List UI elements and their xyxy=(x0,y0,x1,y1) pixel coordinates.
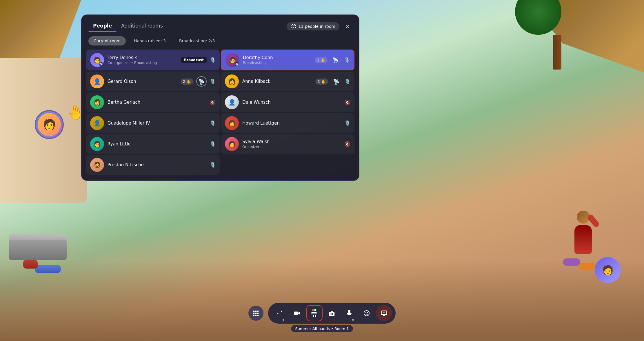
broadcast-icon-anna: 📡 xyxy=(331,76,341,87)
mic-dorothy: 🎙️ xyxy=(344,57,350,63)
mic-terry: 🎙️ xyxy=(210,57,216,63)
avatar-sylvia: 👩 xyxy=(225,137,239,151)
mic-dale: 🔇 xyxy=(344,99,350,105)
mic-howard: 🎙️ xyxy=(344,120,350,126)
person-row-terry[interactable]: 🧑 📡 Terry Denesik Co-organizer • Broadca… xyxy=(86,50,220,70)
hand-badge-anna: 3 ✋ xyxy=(315,79,328,85)
name-guadalupe: Guadalupe Miller IV xyxy=(108,121,206,126)
panel-header: People Additional rooms 11 people in roo… xyxy=(81,15,359,32)
actions-terry: Broadcast 🎙️ xyxy=(181,57,216,63)
actions-howard: 🎙️ xyxy=(344,120,350,126)
background-tree xyxy=(534,6,580,70)
person-row-ryan[interactable]: 👩 Ryan Little 🎙️ xyxy=(86,134,220,154)
info-sylvia: Sylvia Walsh Organizer xyxy=(242,139,341,149)
toolbar-share-btn[interactable] xyxy=(272,305,288,321)
svg-point-5 xyxy=(257,313,259,314)
floor-pillow-purple xyxy=(563,258,580,266)
name-terry: Terry Denesik xyxy=(108,55,178,60)
actions-preston: 🎙️ xyxy=(210,162,216,168)
actions-ryan: 🎙️ xyxy=(210,141,216,147)
toolbar-mic-btn[interactable] xyxy=(341,305,357,321)
toolbar-camera-btn[interactable] xyxy=(289,305,305,321)
info-dale: Dale Wunsch xyxy=(242,100,341,105)
share-icon xyxy=(276,310,283,316)
apps-icon xyxy=(253,310,259,316)
mic-ryan: 🎙️ xyxy=(210,141,216,147)
panel-right-controls: 11 people in room × xyxy=(287,22,352,31)
floor-cushion-blue xyxy=(35,265,61,273)
camera-icon xyxy=(294,311,300,316)
person-row-preston[interactable]: 🧔 Preston Nitzsche 🎙️ xyxy=(86,155,220,175)
hand-badge-dorothy: 1 ✋ xyxy=(315,57,328,63)
avatar-anna: 👩 xyxy=(225,74,239,88)
panel-tabs: People Additional rooms xyxy=(88,21,287,32)
person-row-howard[interactable]: 👩 Howard Luettgen 🎙️ xyxy=(221,113,354,133)
name-bertha: Bertha Gerlach xyxy=(108,100,206,105)
info-dorothy: Dorothy Conn Broadcasting xyxy=(243,55,311,65)
emoji-icon xyxy=(363,310,370,316)
actions-dale: 🔇 xyxy=(344,99,350,105)
svg-point-1 xyxy=(255,311,257,312)
broadcast-badge-terry: Broadcast xyxy=(181,57,207,63)
person-row-bertha[interactable]: 👩 Bertha Gerlach 🔇 xyxy=(86,92,220,112)
people-icon xyxy=(291,24,296,28)
svg-point-10 xyxy=(331,313,333,315)
broadcast-dot-dorothy: 📡 xyxy=(235,62,239,66)
svg-point-6 xyxy=(253,315,255,316)
svg-point-8 xyxy=(257,315,259,316)
info-anna: Anna Kilback xyxy=(242,79,312,84)
tab-people[interactable]: People xyxy=(88,21,117,32)
svg-point-12 xyxy=(364,311,369,316)
main-panel: People Additional rooms 11 people in roo… xyxy=(81,14,359,181)
person-row-sylvia[interactable]: 👩 Sylvia Walsh Organizer 🔇 xyxy=(221,134,354,154)
mic-sylvia: 🔇 xyxy=(344,141,350,147)
svg-point-13 xyxy=(365,312,366,313)
person-row-anna[interactable]: 👩 Anna Kilback 3 ✋ 📡 🎙️ xyxy=(221,72,354,91)
name-howard: Howard Luettgen xyxy=(242,121,341,126)
close-button[interactable]: × xyxy=(343,22,352,31)
person-row-gerard[interactable]: 👤 Gerard Olson 2 ✋ 📡 🎙️ xyxy=(86,72,220,91)
background-avatar-left: 🧑 xyxy=(35,110,64,139)
filter-broadcasting[interactable]: Broadcasting: 2/3 xyxy=(174,36,220,45)
background-avatar-right-bottom: 🧑 xyxy=(595,257,621,283)
tab-additional-rooms[interactable]: Additional rooms xyxy=(117,21,168,32)
room-label: Summer All-hands • Room 1 xyxy=(291,325,353,332)
filter-hands-raised[interactable]: Hands raised: 3 xyxy=(129,36,171,45)
people-count-btn: 11 xyxy=(312,314,316,318)
tree-trunk xyxy=(553,35,561,70)
apps-button[interactable] xyxy=(248,306,263,321)
person-row-guadalupe[interactable]: 👤 Guadalupe Miller IV 🎙️ xyxy=(86,113,220,133)
name-dorothy: Dorothy Conn xyxy=(243,55,311,60)
svg-rect-9 xyxy=(294,312,298,315)
toolbar-main: 11 xyxy=(268,303,396,324)
avatar-terry: 🧑 📡 xyxy=(90,53,104,67)
info-preston: Preston Nitzsche xyxy=(108,162,206,167)
person-row-dorothy[interactable]: 👩 📡 Dorothy Conn Broadcasting 1 ✋ 📡 🎙️ xyxy=(221,50,354,70)
actions-sylvia: 🔇 xyxy=(344,141,350,147)
toolbar-people-btn[interactable]: 11 xyxy=(306,305,323,321)
broadcast-icon-dorothy: 📡 xyxy=(330,55,341,65)
person-row-dale[interactable]: 👤 Dale Wunsch 🔇 xyxy=(221,92,354,112)
mic-guadalupe: 🎙️ xyxy=(210,120,216,126)
bottom-toolbar: 11 xyxy=(248,303,396,324)
toolbar-emoji-btn[interactable] xyxy=(359,305,375,321)
avatar-inner: 🧑 xyxy=(38,113,61,136)
mic-bertha: 🔇 xyxy=(210,99,216,105)
info-bertha: Bertha Gerlach xyxy=(108,100,206,105)
actions-guadalupe: 🎙️ xyxy=(210,120,216,126)
name-dale: Dale Wunsch xyxy=(242,100,341,105)
actions-bertha: 🔇 xyxy=(210,99,216,105)
mic-dot xyxy=(352,319,354,321)
photo-icon xyxy=(329,310,335,316)
toolbar-photo-btn[interactable] xyxy=(324,305,340,321)
broadcast-icon-gerard: 📡 xyxy=(196,76,207,87)
info-terry: Terry Denesik Co-organizer • Broadcastin… xyxy=(108,55,178,65)
avatar-howard: 👩 xyxy=(225,116,239,130)
filter-row: Current room Hands raised: 3 Broadcastin… xyxy=(81,32,359,50)
filter-current-room[interactable]: Current room xyxy=(88,36,126,45)
svg-point-7 xyxy=(255,315,257,316)
mic-gerard: 🎙️ xyxy=(210,79,216,84)
name-anna: Anna Kilback xyxy=(242,79,312,84)
toolbar-more-btn[interactable] xyxy=(376,305,392,321)
people-grid: 🧑 📡 Terry Denesik Co-organizer • Broadca… xyxy=(81,50,359,175)
